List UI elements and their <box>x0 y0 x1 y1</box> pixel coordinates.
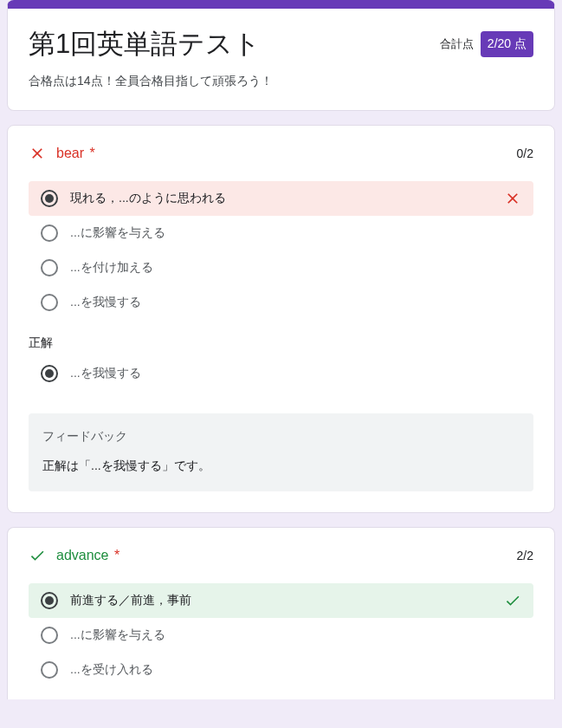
question-points: 0/2 <box>517 146 533 160</box>
question-title: bear * <box>56 146 95 161</box>
check-icon <box>504 592 521 609</box>
option-label: ...を我慢する <box>70 366 521 381</box>
option[interactable]: ...を受け入れる <box>29 653 533 679</box>
score-badge: 2/20 点 <box>481 31 533 57</box>
option[interactable]: ...を付け加える <box>29 250 533 285</box>
form-title: 第1回英単語テスト <box>29 28 261 62</box>
feedback-body: 正解は「...を我慢する」です。 <box>42 458 520 474</box>
question-header: advance * 2/2 <box>29 547 533 564</box>
option[interactable]: ...に影響を与える <box>29 618 533 653</box>
question-header: bear * 0/2 <box>29 145 533 162</box>
radio-icon <box>41 294 58 311</box>
option-selected-correct[interactable]: 前進する／前進，事前 <box>29 583 533 618</box>
question-header-left: bear * <box>29 145 95 162</box>
question-card: bear * 0/2 現れる，...のように思われる ...に影響を与える ..… <box>7 125 555 513</box>
feedback-title: フィードバック <box>42 429 520 445</box>
form-header: 第1回英単語テスト 合計点 2/20 点 合格点は14点！全員合格目指して頑張ろ… <box>7 0 555 111</box>
correct-answer-label: 正解 <box>29 335 533 351</box>
question-word: bear <box>56 146 84 160</box>
question-title: advance * <box>56 548 120 563</box>
x-icon <box>29 145 46 162</box>
option-label: ...を受け入れる <box>70 662 521 678</box>
header-row: 第1回英単語テスト 合計点 2/20 点 <box>29 28 533 62</box>
form-description: 合格点は14点！全員合格目指して頑張ろう！ <box>29 74 533 89</box>
option-label: ...に影響を与える <box>70 627 521 643</box>
question-points: 2/2 <box>517 549 533 562</box>
radio-icon <box>41 661 58 679</box>
correct-answer-option: ...を我慢する <box>29 356 533 391</box>
question-card: advance * 2/2 前進する／前進，事前 ...に影響を与える ...を… <box>7 527 555 699</box>
radio-icon <box>41 259 58 276</box>
radio-icon <box>41 627 58 644</box>
option[interactable]: ...を我慢する <box>29 285 533 320</box>
radio-icon <box>41 224 58 242</box>
option[interactable]: ...に影響を与える <box>29 216 533 250</box>
option-selected-wrong[interactable]: 現れる，...のように思われる <box>29 181 533 216</box>
option-label: 前進する／前進，事前 <box>70 593 521 608</box>
required-asterisk: * <box>89 146 94 160</box>
x-icon <box>504 190 521 207</box>
radio-icon <box>41 190 58 207</box>
option-label: ...に影響を与える <box>70 225 521 241</box>
required-asterisk: * <box>114 548 120 562</box>
option-label: ...を我慢する <box>70 295 521 310</box>
option-label: ...を付け加える <box>70 260 521 276</box>
question-word: advance <box>56 548 109 562</box>
option-label: 現れる，...のように思われる <box>70 191 521 206</box>
radio-icon <box>41 592 58 609</box>
total-score: 合計点 2/20 点 <box>440 31 533 57</box>
feedback-box: フィードバック 正解は「...を我慢する」です。 <box>29 413 533 491</box>
radio-icon <box>41 365 58 382</box>
question-header-left: advance * <box>29 547 120 564</box>
score-label: 合計点 <box>440 36 474 52</box>
check-icon <box>29 547 46 564</box>
